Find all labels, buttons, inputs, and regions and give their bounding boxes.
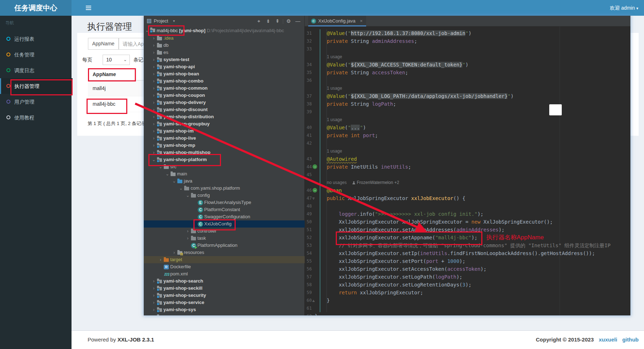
chevron-collapsed-icon[interactable]: ›: [152, 70, 156, 78]
sidebar-item-用户管理[interactable]: 用户管理: [0, 94, 72, 110]
code-line-46[interactable]: 46→ @Bean: [305, 186, 630, 194]
code-line-35[interactable]: 35 private String accessToken;: [305, 69, 630, 76]
code-line-44[interactable]: 44→ private InetUtils inetUtils;: [305, 163, 630, 171]
tree-item-yami-shop-api[interactable]: ›yami-shop-api: [144, 63, 305, 70]
chevron-expanded-icon[interactable]: ⌄: [158, 163, 163, 170]
code-line-38[interactable]: 38 private String logPath;: [305, 100, 630, 108]
settings-icon[interactable]: ⚙: [284, 16, 293, 26]
tree-item-pom.xml[interactable]: mpom.xml: [144, 270, 305, 278]
project-dropdown-caret-icon[interactable]: ▾: [173, 16, 175, 26]
code-line-36[interactable]: 36: [305, 76, 630, 84]
tree-item-yami-shop-combo[interactable]: ›yami-shop-combo: [144, 78, 305, 85]
tree-item-XxlJobConfig[interactable]: CXxlJobConfig: [144, 220, 305, 228]
tree-item-yami-shop-bean[interactable]: ›yami-shop-bean: [144, 70, 305, 78]
chevron-collapsed-icon[interactable]: ›: [152, 99, 156, 106]
tree-item-PlatformConstant[interactable]: CPlatformConstant: [144, 206, 305, 213]
code-line-50[interactable]: 50 XxlJobSpringExecutor xxlJobSpringExec…: [305, 218, 630, 226]
chevron-collapsed-icon[interactable]: ›: [152, 92, 156, 99]
chevron-expanded-icon[interactable]: ⌄: [145, 26, 149, 35]
tree-item-yami-shop-multishop[interactable]: ›yami-shop-multishop: [144, 149, 305, 156]
chevron-expanded-icon[interactable]: ⌄: [152, 156, 156, 163]
code-line-43[interactable]: 43 @Autowired: [305, 155, 630, 163]
tree-item-FlowUserAnalysisType[interactable]: EFlowUserAnalysisType: [144, 199, 305, 206]
sidebar-item-调度日志[interactable]: 调度日志: [0, 63, 72, 78]
fold-marker-icon[interactable]: ▿: [313, 194, 315, 202]
chevron-collapsed-icon[interactable]: ›: [152, 135, 156, 142]
code-line-40[interactable]: 40 @Value("..."): [305, 124, 630, 131]
hide-panel-icon[interactable]: —: [293, 16, 303, 26]
tree-item-yami-shop-security[interactable]: ›yami-shop-security: [144, 292, 305, 299]
sidebar-item-运行报表[interactable]: 运行报表: [0, 31, 72, 47]
tree-item-com.yami.shop.platform[interactable]: ⌄com.yami.shop.platform: [144, 185, 305, 192]
tree-item-yami-shop-search[interactable]: ›yami-shop-search: [144, 278, 305, 285]
chevron-collapsed-icon[interactable]: ›: [152, 306, 156, 313]
usage-hint[interactable]: 1 usage: [327, 116, 342, 124]
tree-item-yami-shop-discount[interactable]: ›yami-shop-discount: [144, 106, 305, 113]
tree-item-es[interactable]: ›es: [144, 49, 305, 56]
chevron-expanded-icon[interactable]: ⌄: [172, 178, 176, 185]
chevron-collapsed-icon[interactable]: ›: [186, 228, 190, 235]
chevron-collapsed-icon[interactable]: ›: [152, 49, 156, 56]
code-line-51[interactable]: 51 xxlJobSpringExecutor.setAdminAddresse…: [305, 226, 630, 234]
tab-xxljobconfig[interactable]: C XxlJobConfig.java ×: [308, 16, 366, 26]
usage-hint[interactable]: 1 usage: [327, 147, 342, 155]
chevron-collapsed-icon[interactable]: ›: [152, 35, 156, 42]
code-line-32[interactable]: 32 private String adminAddresses;: [305, 37, 630, 45]
code-line-61[interactable]: 61: [305, 304, 630, 312]
code-line-42[interactable]: 42: [305, 139, 630, 147]
chevron-collapsed-icon[interactable]: ›: [152, 78, 156, 85]
user-menu[interactable]: 欢迎 admin▾: [610, 0, 638, 16]
tree-item-yami-shop-service[interactable]: ›yami-shop-service: [144, 299, 305, 306]
chevron-collapsed-icon[interactable]: ›: [152, 56, 156, 63]
project-tool-title[interactable]: Project: [154, 16, 168, 26]
tree-item-yami-shop-common[interactable]: ›yami-shop-common: [144, 85, 305, 92]
chevron-collapsed-icon[interactable]: ›: [186, 235, 190, 242]
tree-item[interactable]: ›: [144, 313, 305, 315]
tree-item-yami-shop-groupbuy[interactable]: ›yami-shop-groupbuy: [144, 120, 305, 128]
tree-item-yami-shop-sys[interactable]: ›yami-shop-sys: [144, 306, 305, 313]
tree-item-yami-shop-distribution[interactable]: ›yami-shop-distribution: [144, 113, 305, 120]
menu-toggle-icon[interactable]: [86, 5, 94, 11]
chevron-expanded-icon[interactable]: ⌄: [179, 185, 183, 192]
chevron-collapsed-icon[interactable]: ›: [152, 63, 156, 70]
code-editor[interactable]: 31 @Value("http://192.168.1.37:8080/xxl-…: [305, 26, 630, 315]
tree-item-yami-shop-live[interactable]: ›yami-shop-live: [144, 135, 305, 142]
code-line-41[interactable]: 41 private int port;: [305, 131, 630, 139]
tree-item-system-test[interactable]: ›system-test: [144, 56, 305, 63]
tree-item-config[interactable]: ⌄config: [144, 192, 305, 199]
tree-item-resources[interactable]: ›resources: [144, 249, 305, 256]
chevron-collapsed-icon[interactable]: ›: [152, 313, 156, 315]
chevron-collapsed-icon[interactable]: ›: [152, 113, 156, 120]
code-line-33[interactable]: 33: [305, 45, 630, 53]
code-line-45[interactable]: 45: [305, 171, 630, 179]
tree-item-yami-shop-delivery[interactable]: ›yami-shop-delivery: [144, 99, 305, 106]
chevron-collapsed-icon[interactable]: ›: [152, 299, 156, 306]
sidebar-item-执行器管理[interactable]: 执行器管理: [0, 78, 73, 94]
tree-item-yami-shop-seckill[interactable]: ›yami-shop-seckill: [144, 285, 305, 292]
tree-item-controller[interactable]: ›controller: [144, 228, 305, 235]
code-line-62[interactable]: 62}: [305, 312, 630, 315]
code-line-55[interactable]: 55 xxlJobSpringExecutor.setPort(port + 1…: [305, 257, 630, 265]
chevron-collapsed-icon[interactable]: ›: [152, 149, 156, 156]
code-line-54[interactable]: 54 xxlJobSpringExecutor.setIp(inetUtils.…: [305, 249, 630, 257]
code-line-31[interactable]: 31 @Value("http://192.168.1.37:8080/xxl-…: [305, 29, 630, 37]
chevron-collapsed-icon[interactable]: ›: [152, 285, 156, 292]
code-line-39[interactable]: 39: [305, 108, 630, 116]
chevron-collapsed-icon[interactable]: ›: [152, 292, 156, 299]
code-line-56[interactable]: 56 xxlJobSpringExecutor.setAccessToken(a…: [305, 265, 630, 273]
tree-item-yami-shop-platform[interactable]: ⌄yami-shop-platform: [144, 156, 305, 163]
link-xuxueli[interactable]: xuxueli: [599, 336, 617, 343]
tree-item-java[interactable]: ⌄java: [144, 178, 305, 185]
chevron-collapsed-icon[interactable]: ›: [172, 249, 176, 256]
usage-hint[interactable]: 1 usage: [327, 84, 342, 92]
code-line-34[interactable]: 34 @Value("${XXL_JOB_ACCESS_TOKEN:defaul…: [305, 61, 630, 69]
tab-close-icon[interactable]: ×: [360, 18, 363, 24]
usage-hint[interactable]: 1 usage: [327, 53, 342, 61]
sidebar-item-使用教程[interactable]: 使用教程: [0, 110, 72, 125]
chevron-collapsed-icon[interactable]: ›: [152, 106, 156, 113]
tree-item-yami-shop-coupon[interactable]: ›yami-shop-coupon: [144, 92, 305, 99]
collapse-all-icon[interactable]: ⇞: [273, 16, 282, 26]
chevron-collapsed-icon[interactable]: ›: [152, 278, 156, 285]
tree-item-task[interactable]: ›task: [144, 235, 305, 242]
tree-item-target[interactable]: ›target: [144, 256, 305, 263]
